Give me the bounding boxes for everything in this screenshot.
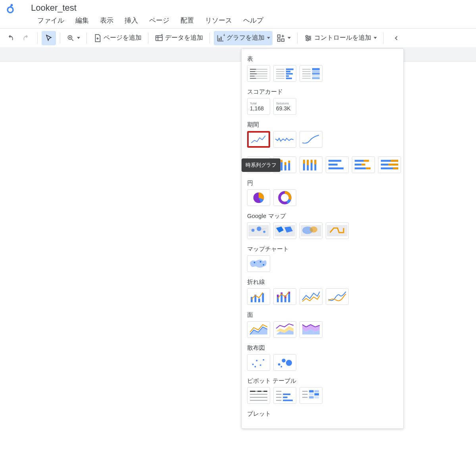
chart-option-bar[interactable] — [326, 156, 349, 173]
svg-rect-83 — [355, 160, 364, 162]
chart-option-pivot-heatmap[interactable] — [299, 387, 322, 404]
svg-rect-19 — [278, 39, 280, 41]
menu-resource[interactable]: リソース — [200, 15, 238, 26]
svg-rect-94 — [393, 168, 398, 170]
community-viz-dropdown[interactable] — [274, 31, 293, 45]
menu-edit[interactable]: 編集 — [70, 15, 94, 26]
svg-rect-68 — [284, 165, 286, 170]
chart-option-stacked-combo[interactable] — [273, 288, 296, 305]
chart-option-combo[interactable] — [247, 288, 270, 305]
chart-option-100-stacked-area[interactable] — [299, 321, 322, 338]
chart-option-pivot-bars[interactable] — [273, 387, 296, 404]
menu-bar: ファイル 編集 表示 挿入 ページ 配置 リソース ヘルプ — [5, 13, 476, 28]
menu-file[interactable]: ファイル — [32, 15, 70, 26]
svg-rect-119 — [288, 294, 290, 302]
zoom-dropdown[interactable] — [64, 31, 83, 45]
toolbar-overflow-button[interactable] — [389, 31, 403, 45]
select-tool-button[interactable] — [42, 31, 56, 45]
chart-option-gmap-bubble[interactable] — [247, 222, 270, 239]
caret-down-icon — [374, 37, 377, 39]
chart-option-table-heatmap[interactable] — [299, 65, 322, 82]
svg-point-0 — [8, 7, 13, 13]
svg-rect-73 — [303, 160, 305, 164]
chart-option-scorecard-compact[interactable]: Sessions 69.3K — [273, 98, 296, 115]
svg-rect-157 — [315, 396, 319, 399]
svg-rect-88 — [366, 168, 370, 170]
chart-option-table[interactable] — [247, 65, 270, 82]
svg-rect-84 — [364, 160, 369, 162]
caret-down-icon — [267, 37, 270, 39]
chart-option-gmap-filled[interactable] — [273, 222, 296, 239]
svg-point-99 — [257, 227, 261, 231]
svg-rect-109 — [251, 297, 253, 302]
chart-option-smoothed-line[interactable] — [326, 288, 349, 305]
chart-option-gmap-line[interactable] — [326, 222, 349, 239]
add-control-dropdown[interactable]: コントロールを追加 — [301, 31, 379, 45]
add-page-button[interactable]: ページを追加 — [91, 31, 144, 45]
chart-option-table-bars[interactable] — [273, 65, 296, 82]
section-table: 表 — [242, 50, 403, 65]
svg-point-104 — [310, 227, 317, 233]
svg-rect-15 — [219, 38, 220, 40]
chart-option-bubble[interactable] — [273, 354, 296, 371]
svg-rect-81 — [328, 164, 338, 166]
chart-option-area[interactable] — [247, 321, 270, 338]
svg-rect-87 — [355, 168, 366, 170]
chart-option-stacked-area[interactable] — [273, 321, 296, 338]
svg-point-100 — [263, 231, 265, 233]
svg-rect-77 — [311, 160, 313, 163]
chart-option-geo-chart[interactable] — [247, 255, 270, 272]
chart-option-100-stacked-bar[interactable] — [378, 156, 401, 173]
svg-point-28 — [307, 39, 309, 41]
caret-down-icon — [77, 37, 80, 39]
chart-option-pivot-table[interactable] — [247, 387, 270, 404]
document-title[interactable]: Looker_test — [31, 3, 77, 13]
chart-option-pie[interactable] — [247, 189, 270, 206]
svg-rect-114 — [277, 295, 279, 297]
menu-arrange[interactable]: 配置 — [175, 15, 200, 26]
svg-rect-156 — [309, 396, 313, 399]
svg-point-130 — [255, 366, 256, 368]
add-data-button[interactable]: + データを追加 — [152, 31, 205, 45]
section-area: 面 — [242, 307, 403, 321]
menu-page[interactable]: ページ — [144, 15, 175, 26]
chart-option-donut[interactable] — [273, 189, 296, 206]
svg-point-134 — [281, 366, 282, 368]
svg-rect-154 — [309, 393, 313, 395]
menu-view[interactable]: 表示 — [94, 15, 119, 26]
svg-rect-92 — [388, 164, 398, 166]
chart-option-100-stacked-column[interactable] — [299, 156, 322, 173]
svg-rect-16 — [221, 37, 222, 40]
section-pivot: ピボット テーブル — [242, 372, 403, 387]
chart-option-line[interactable] — [299, 288, 322, 305]
add-chart-dropdown[interactable]: + グラフを追加 — [214, 31, 273, 45]
svg-point-26 — [306, 35, 308, 37]
section-bullet: ブレット — [242, 405, 403, 420]
header: Looker_test ファイル 編集 表示 挿入 ページ 配置 リソース ヘル… — [0, 0, 476, 28]
chart-option-timeseries[interactable] — [247, 131, 270, 148]
svg-rect-55 — [312, 70, 320, 72]
svg-rect-79 — [315, 160, 317, 164]
chart-option-scatter[interactable] — [247, 354, 270, 371]
svg-point-128 — [260, 364, 261, 366]
svg-rect-105 — [327, 225, 347, 237]
redo-button[interactable] — [19, 31, 33, 45]
svg-point-126 — [252, 364, 254, 365]
chart-option-stacked-bar[interactable] — [352, 156, 375, 173]
svg-rect-86 — [361, 164, 365, 166]
section-pie: 円 — [242, 175, 403, 189]
menu-insert[interactable]: 挿入 — [119, 15, 144, 26]
chart-option-smoothed-timeseries[interactable] — [299, 131, 322, 148]
menu-help[interactable]: ヘルプ — [238, 15, 269, 26]
undo-button[interactable] — [3, 31, 17, 45]
chart-option-sparkline[interactable] — [273, 131, 296, 148]
svg-rect-112 — [262, 293, 264, 302]
svg-rect-152 — [309, 390, 313, 393]
scorecard-label: Sessions — [276, 102, 294, 105]
chart-option-scorecard[interactable]: Total 1,168 — [247, 98, 270, 115]
section-google-maps: Google マップ — [242, 208, 403, 222]
chart-option-gmap-heatmap[interactable] — [299, 222, 322, 239]
svg-rect-20 — [282, 39, 284, 41]
svg-point-132 — [282, 359, 286, 362]
svg-point-129 — [263, 359, 264, 361]
